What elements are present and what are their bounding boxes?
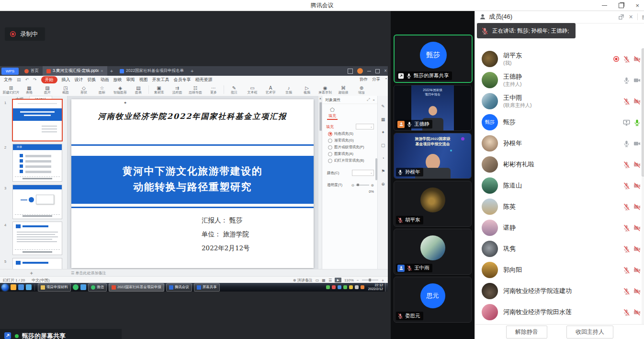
zoom-out-icon[interactable]: −	[357, 278, 359, 282]
menu-review[interactable]: 审阅	[126, 77, 135, 83]
tab-presentation[interactable]: 3.黄河立项汇报-定稿.pptx ×	[43, 66, 107, 76]
color-dropdown[interactable]: ⌄	[352, 170, 374, 176]
fill-option-background[interactable]: 幻灯片背景填充(B)	[328, 158, 378, 163]
member-row[interactable]: 河南牧业经济学院田水莲	[475, 302, 644, 323]
member-row[interactable]: 胡平东(我)	[475, 48, 644, 70]
fill-option-pattern[interactable]: 图案填充(A)	[328, 152, 378, 156]
tray-icon[interactable]	[332, 285, 336, 289]
close-tab-icon[interactable]: ×	[101, 69, 103, 73]
quicklaunch-icon[interactable]	[18, 284, 24, 290]
taskbar-wps-button[interactable]: 2022国家社科基金项目申报	[109, 283, 164, 292]
speaker-notes-toggle[interactable]: ⊕ 演讲备注	[293, 278, 313, 283]
ribbon-tool[interactable]: ▨图片	[38, 85, 56, 94]
save-icon[interactable]: ▤	[17, 77, 21, 82]
camera-muted-icon[interactable]	[633, 224, 641, 232]
taskbar-share-button[interactable]: 屏幕共享	[194, 283, 220, 292]
view-sorter-icon[interactable]: ▦	[322, 278, 326, 282]
view-outline-icon[interactable]: ☰	[328, 278, 332, 282]
menu-slideshow[interactable]: 放映	[113, 77, 122, 83]
pinned-app-icon[interactable]	[73, 284, 79, 290]
transparency-plus-icon[interactable]: ⊕	[371, 183, 374, 187]
frame-tool-icon[interactable]: ▢	[378, 143, 388, 148]
recording-badge[interactable]: 录制中	[5, 27, 45, 41]
mic-muted-icon[interactable]	[623, 161, 630, 168]
member-row[interactable]: 王中雨(联席主持人)	[475, 91, 644, 112]
apps-grid-icon[interactable]	[348, 69, 353, 74]
taskbar-wechat-button[interactable]: 微信	[88, 283, 107, 292]
timer-tool-icon[interactable]: ◔	[378, 156, 388, 161]
menu-design[interactable]: 设计	[75, 77, 83, 83]
member-row[interactable]: 河南牧业经济学院连建功	[475, 281, 644, 302]
menu-member[interactable]: 会员专享	[174, 77, 191, 83]
play-slideshow-button[interactable]: ▶	[335, 278, 341, 282]
mic-muted-icon[interactable]	[623, 245, 630, 253]
mic-muted-icon[interactable]	[623, 98, 630, 105]
menu-start[interactable]: 开始	[41, 76, 57, 83]
taskbar-folder-button[interactable]: 项目申报材料	[38, 283, 71, 292]
ribbon-tool[interactable]: ⌘超链接	[334, 85, 352, 94]
minimize-icon[interactable]	[602, 5, 607, 6]
tray-icon[interactable]	[338, 285, 341, 289]
camera-muted-icon[interactable]	[633, 288, 641, 295]
mic-muted-icon[interactable]	[623, 224, 630, 232]
tray-icon[interactable]	[361, 285, 364, 289]
camera-muted-icon[interactable]	[633, 267, 641, 274]
mic-muted-icon[interactable]	[623, 267, 630, 274]
tray-icon[interactable]	[326, 285, 330, 289]
search-icon[interactable]	[26, 284, 32, 290]
ribbon-tool[interactable]: A艺术字	[261, 85, 280, 94]
wps-maximize-icon[interactable]	[375, 69, 380, 73]
start-button[interactable]	[1, 284, 9, 291]
mic-icon[interactable]	[623, 77, 630, 84]
account-avatar[interactable]	[357, 68, 363, 74]
slide-thumb-4[interactable]	[12, 222, 62, 255]
close-panel-icon[interactable]: ×	[629, 13, 633, 21]
ribbon-tool[interactable]: ◈智能图形	[111, 85, 129, 94]
menu-docer[interactable]: 稻壳资源	[195, 77, 213, 83]
wps-logo[interactable]: WPS	[1, 68, 19, 75]
member-row[interactable]: 郭向阳	[475, 259, 644, 281]
video-tile-lousiyuan[interactable]: 思元 娄思元	[394, 277, 472, 323]
menu-file[interactable]: 文件	[4, 77, 12, 83]
tray-icon[interactable]	[355, 285, 359, 289]
ribbon-tool[interactable]: ⋯更多	[204, 85, 223, 94]
popout-panel-icon[interactable]	[618, 14, 624, 20]
camera-icon[interactable]	[633, 77, 641, 84]
pinned-chart-icon[interactable]	[80, 284, 86, 290]
fill-tab[interactable]: ⬠ 填充	[327, 107, 338, 120]
ribbon-tool[interactable]: ✎批注	[225, 85, 243, 94]
tab-document[interactable]: 2022国家社科基金项目申报名单	[116, 66, 188, 76]
system-clock[interactable]: 22:12 2022/2/12	[368, 283, 383, 291]
ribbon-tool[interactable]: ▣素材库	[150, 85, 168, 94]
flag-tool-icon[interactable]: ⚑	[378, 169, 388, 174]
camera-muted-icon[interactable]	[633, 309, 641, 316]
share-button[interactable]: 分享	[372, 77, 380, 82]
transparency-minus-icon[interactable]: ⊖	[351, 183, 355, 187]
effects-tool-icon[interactable]: ✦	[378, 130, 388, 135]
mic-muted-icon[interactable]	[623, 182, 630, 189]
close-icon[interactable]: ×	[635, 2, 639, 9]
member-row[interactable]: 巩隽	[475, 238, 644, 259]
member-row[interactable]: 甄莎 甄莎	[475, 112, 644, 133]
add-tool-icon[interactable]: ⊕	[378, 182, 388, 187]
quicklaunch-icon[interactable]	[11, 284, 16, 290]
fill-option-gradient[interactable]: 渐变填充(G)	[328, 138, 378, 143]
new-tab-icon[interactable]: +	[110, 68, 113, 74]
mic-icon[interactable]	[623, 140, 630, 147]
mic-muted-icon[interactable]	[623, 56, 630, 63]
member-row[interactable]: 陈英	[475, 196, 644, 217]
camera-muted-icon[interactable]	[633, 98, 641, 105]
member-row[interactable]: 孙根年	[475, 133, 644, 154]
fill-option-picture[interactable]: 图片或纹理填充(P)	[328, 145, 378, 150]
menu-animation[interactable]: 动画	[101, 77, 109, 83]
collaborate-button[interactable]: 协作	[360, 77, 368, 82]
video-tile-zhensha-share[interactable]: 甄莎 甄莎的屏幕共享	[394, 35, 473, 83]
member-row[interactable]: 陈道山	[475, 175, 644, 196]
camera-muted-icon[interactable]	[633, 245, 641, 253]
member-row[interactable]: 彬彬有礼啦	[475, 154, 644, 175]
ribbon-tool[interactable]: ▤图表	[129, 85, 147, 94]
edit-tool-icon[interactable]: ✎	[378, 104, 388, 109]
camera-muted-icon[interactable]	[633, 56, 641, 63]
camera-muted-icon[interactable]	[633, 182, 641, 189]
zoom-level[interactable]: 110%	[344, 278, 354, 282]
